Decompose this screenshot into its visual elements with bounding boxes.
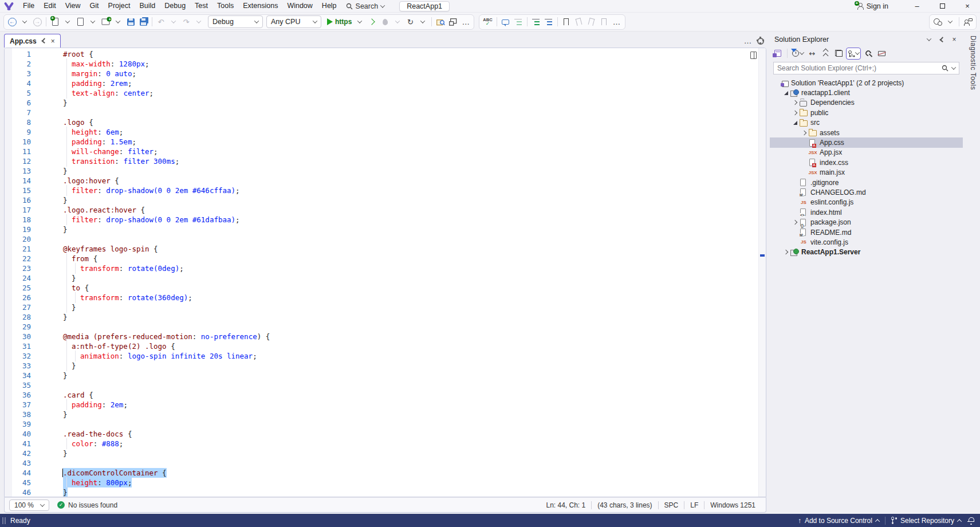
start-debugging-button[interactable]: https — [326, 15, 353, 28]
open-file-dropdown[interactable] — [87, 15, 99, 28]
tree-item-main-jsx[interactable]: JSXmain.jsx — [770, 168, 963, 178]
code-line[interactable]: 9 height: 6em; — [5, 127, 758, 137]
search-options-chevron[interactable] — [951, 65, 956, 69]
code-line[interactable]: 35 — [5, 380, 758, 390]
code-line[interactable]: 22 from { — [5, 254, 758, 264]
code-line[interactable]: 5 text-align: center; — [5, 88, 758, 98]
editor-scrollbar[interactable] — [758, 48, 766, 497]
tree-item-gitignore[interactable]: .gitignore — [770, 178, 963, 187]
code-line[interactable]: 45 height: 800px; — [5, 478, 758, 487]
code-line[interactable]: 1#root { — [5, 49, 758, 59]
expander-icon[interactable] — [782, 91, 790, 95]
code-line[interactable]: 11 will-change: filter; — [5, 147, 758, 156]
editor-toolbar-overflow-button[interactable]: … — [611, 15, 623, 28]
code-line[interactable]: 41 color: #888; — [5, 439, 758, 449]
paste-special-button[interactable] — [513, 15, 524, 28]
expander-icon[interactable] — [782, 250, 790, 254]
code-line[interactable]: 10 padding: 1.5em; — [5, 137, 758, 147]
gear-icon[interactable] — [757, 38, 764, 45]
tree-item-eslint-config-js[interactable]: JSeslint.config.js — [770, 198, 963, 207]
encoding-indicator[interactable]: Windows 1251 — [705, 501, 761, 509]
code-line[interactable]: 29 — [5, 322, 758, 332]
solution-configuration-dropdown[interactable]: Debug — [208, 15, 263, 28]
space-mode-indicator[interactable]: SPC — [659, 501, 684, 509]
undo-dropdown[interactable] — [168, 15, 179, 28]
code-line[interactable]: 44.dicomControlContainer { — [5, 468, 758, 478]
tree-item-changelog-md[interactable]: CHANGELOG.md — [770, 187, 963, 197]
code-line[interactable]: 43 — [5, 458, 758, 468]
solution-explorer-search-box[interactable]: Search Solution Explorer (Ctrl+;) — [773, 62, 959, 74]
menu-build[interactable]: Build — [135, 0, 160, 12]
tree-item-dependencies[interactable]: Dependencies — [770, 98, 963, 108]
hot-reload-dropdown[interactable] — [392, 15, 403, 28]
menu-file[interactable]: File — [18, 0, 39, 12]
tree-item-public[interactable]: public — [770, 108, 963, 117]
show-all-files-button[interactable] — [833, 48, 844, 60]
start-debugging-dropdown[interactable] — [354, 15, 365, 28]
code-line[interactable]: 20 — [5, 234, 758, 244]
panel-pin-button[interactable] — [935, 34, 948, 45]
code-line[interactable]: 38} — [5, 410, 758, 419]
expander-icon[interactable] — [791, 111, 799, 115]
expander-icon[interactable] — [800, 131, 808, 135]
code-line[interactable]: 33 } — [5, 361, 758, 371]
code-line[interactable]: 15 filter: drop-shadow(0 0 2em #646cffaa… — [5, 186, 758, 195]
previous-bookmark-button[interactable] — [573, 15, 585, 28]
code-line[interactable]: 40.read-the-docs { — [5, 429, 758, 439]
add-to-source-control-button[interactable]: ↑ Add to Source Control — [792, 514, 885, 527]
code-line[interactable]: 8.logo { — [5, 117, 758, 127]
switch-views-home-button[interactable] — [772, 48, 784, 60]
expander-icon[interactable] — [791, 221, 799, 224]
menu-window[interactable]: Window — [282, 0, 317, 12]
code-line[interactable]: 12 transition: filter 300ms; — [5, 156, 758, 166]
add-item-dropdown[interactable] — [112, 15, 124, 28]
code-line[interactable]: 27 } — [5, 302, 758, 312]
code-line[interactable]: 30@media (prefers-reduced-motion: no-pre… — [5, 332, 758, 341]
code-line[interactable]: 13} — [5, 166, 758, 176]
tree-item-app-jsx[interactable]: JSXApp.jsx — [770, 148, 963, 158]
search-control[interactable]: Search — [341, 2, 389, 10]
hot-reload-button[interactable] — [379, 15, 391, 28]
code-line[interactable]: 2 max-width: 1280px; — [5, 59, 758, 69]
save-all-button[interactable] — [137, 15, 149, 28]
code-line[interactable]: 17.logo.react:hover { — [5, 205, 758, 215]
view-switcher-button[interactable] — [846, 48, 861, 60]
code-line[interactable]: 4 padding: 2rem; — [5, 78, 758, 88]
spell-checker-button[interactable]: ABC✓ — [482, 15, 493, 28]
find-in-files-button[interactable] — [435, 15, 446, 28]
tree-item-app-css[interactable]: App.css — [770, 137, 963, 147]
code-line[interactable]: 14.logo:hover { — [5, 176, 758, 186]
code-line[interactable]: 23 transform: rotate(0deg); — [5, 264, 758, 273]
menu-view[interactable]: View — [61, 0, 85, 12]
live-share-dropdown[interactable] — [944, 15, 956, 28]
menu-debug[interactable]: Debug — [160, 0, 190, 12]
tree-item-index-html[interactable]: index.html — [770, 207, 963, 217]
navigate-back-button[interactable]: ← — [6, 15, 18, 28]
sync-with-active-document-button[interactable]: ↔ — [806, 48, 818, 60]
code-line[interactable]: 42} — [5, 449, 758, 458]
line-ending-indicator[interactable]: LF — [684, 501, 704, 509]
code-line[interactable]: 36.card { — [5, 390, 758, 400]
tab-app-css[interactable]: App.css × — [4, 34, 61, 48]
expander-icon[interactable] — [791, 121, 799, 125]
properties-button[interactable] — [863, 48, 874, 60]
tree-item-src[interactable]: src — [770, 118, 963, 128]
code-line[interactable]: 19} — [5, 225, 758, 234]
select-repository-button[interactable]: Select Repository — [885, 514, 967, 527]
minimize-button[interactable]: – — [904, 0, 930, 12]
new-file-button[interactable]: + — [49, 15, 61, 28]
code-line[interactable]: 18 filter: drop-shadow(0 0 2em #61dafbaa… — [5, 215, 758, 225]
tree-item-package-json[interactable]: package.json — [770, 217, 963, 227]
split-editor-icon[interactable] — [750, 52, 757, 59]
code-editor[interactable]: 1#root {2 max-width: 1280px;3 margin: 0 … — [4, 48, 766, 497]
start-without-debugging-button[interactable] — [367, 15, 378, 28]
code-line[interactable]: 34} — [5, 371, 758, 380]
add-item-button[interactable]: + — [100, 15, 111, 28]
line-column-indicator[interactable]: Ln: 44, Ch: 1 — [540, 501, 591, 509]
next-bookmark-button[interactable] — [586, 15, 597, 28]
tree-item-reactapp1-client[interactable]: reactapp1.client — [770, 88, 963, 97]
code-line[interactable]: 21@keyframes logo-spin { — [5, 244, 758, 254]
menu-project[interactable]: Project — [104, 0, 135, 12]
toggle-comment-button[interactable] — [500, 15, 511, 28]
decrease-indent-button[interactable] — [530, 15, 542, 28]
